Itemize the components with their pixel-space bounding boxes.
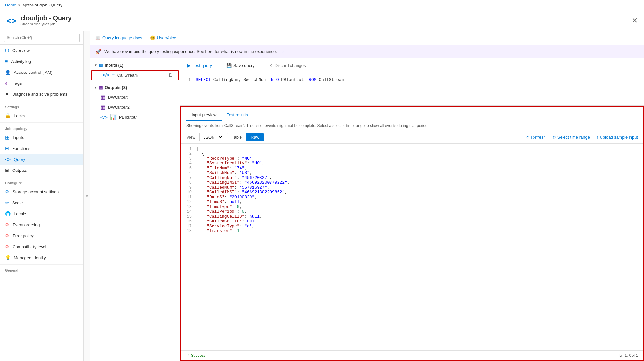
upload-label: Upload sample input <box>600 135 638 140</box>
storage-icon: ⚙ <box>5 189 9 194</box>
upload-icon: ↑ <box>596 135 599 140</box>
inputs-tree-icon: ▦ <box>99 63 103 68</box>
access-control-icon: 👤 <box>5 70 11 75</box>
sidebar-item-label: Event ordering <box>13 222 40 227</box>
discard-changes-button[interactable]: ✕ Discard changes <box>265 61 310 70</box>
notice-banner: 🚀 We have revamped the query testing exp… <box>90 45 644 58</box>
sidebar-item-label: Managed Identity <box>14 255 46 260</box>
search-input[interactable] <box>4 34 80 42</box>
sidebar-item-storage-account-settings[interactable]: ⚙ Storage account settings <box>0 186 83 197</box>
tab-test-results[interactable]: Test results <box>222 110 253 121</box>
table-toggle-label: Table <box>232 135 242 140</box>
table-toggle-button[interactable]: Table <box>227 133 246 141</box>
functions-icon: ⊞ <box>5 146 9 151</box>
tree-item-dwoutput2[interactable]: ▦ DWOutput2 <box>90 102 180 112</box>
sidebar-item-error-policy[interactable]: ⚙ Error policy <box>0 230 83 241</box>
view-label: View <box>186 135 195 140</box>
refresh-button[interactable]: ↻ Refresh <box>526 135 546 140</box>
time-icon: ⚙ <box>552 135 556 140</box>
sidebar-item-activity-log[interactable]: ≡ Activity log <box>0 56 83 67</box>
inputs-section-header[interactable]: ▼ ▦ Inputs (1) <box>90 61 180 70</box>
scale-icon: ✏ <box>5 200 9 205</box>
sidebar-item-scale[interactable]: ✏ Scale <box>0 197 83 208</box>
tree-item-callstream[interactable]: </> ≡ CallStream 🗋 <box>91 70 179 80</box>
raw-toggle-button[interactable]: Raw <box>246 133 264 141</box>
tab-input-preview[interactable]: Input preview <box>186 110 222 121</box>
sidebar-item-locks[interactable]: 🔒 Locks <box>0 110 83 121</box>
sidebar-item-functions[interactable]: ⊞ Functions <box>0 143 83 154</box>
sidebar-item-access-control[interactable]: 👤 Access control (IAM) <box>0 67 83 78</box>
dwoutput-icon: ▦ <box>100 94 105 100</box>
sidebar-item-inputs[interactable]: ▦ Inputs <box>0 132 83 143</box>
sidebar-item-query[interactable]: <> Query <box>0 154 83 165</box>
json-viewer[interactable]: 1 [ 2 { 3 "RecordType": "MO", 4 <box>181 144 643 350</box>
section-job-topology-label: Job topology <box>0 122 83 132</box>
stream-icon: ≡ <box>112 73 115 78</box>
uservoice-link[interactable]: 😊 UserVoice <box>150 35 176 40</box>
query-language-docs-link[interactable]: 📖 Query language docs <box>95 35 142 40</box>
preview-toolbar: Showing events from 'CallStream'. This l… <box>181 121 643 131</box>
tree-item-pbioutput[interactable]: </> 📊 PBIoutput <box>90 112 180 122</box>
dwoutput2-icon: ▦ <box>100 104 105 110</box>
activity-log-icon: ≡ <box>5 59 8 64</box>
sidebar-item-locale[interactable]: 🌐 Locale <box>0 208 83 219</box>
close-button[interactable]: ✕ <box>632 16 638 25</box>
app-icon: <> <box>6 16 16 25</box>
outputs-section-header[interactable]: ▼ ▦ Outputs (3) <box>90 83 180 92</box>
json-line: 10 "CalledIMSI": "466921302209862", <box>181 190 643 195</box>
tree-item-dwoutput[interactable]: ▦ DWOutput <box>90 92 180 102</box>
sidebar-item-label: Diagnose and solve problems <box>12 92 67 97</box>
upload-sample-button[interactable]: ↑ Upload sample input <box>596 135 638 140</box>
managed-identity-icon: 💡 <box>5 255 11 260</box>
event-ordering-icon: ⚙ <box>5 222 9 227</box>
json-line: 4 "SystemIdentity": "d0", <box>181 161 643 166</box>
save-query-label: Save query <box>233 63 255 68</box>
dwoutput-label: DWOutput <box>108 95 128 100</box>
view-format-select[interactable]: JSON CSV AVRO <box>199 133 223 141</box>
sidebar-item-tags[interactable]: 🏷 Tags <box>0 78 83 89</box>
tags-icon: 🏷 <box>5 81 10 86</box>
json-line: 6 "SwitchNum": "US", <box>181 171 643 175</box>
breadcrumb-current: ajetacloudjob - Query <box>23 3 62 7</box>
tab-test-results-label: Test results <box>227 112 248 117</box>
preview-section: Input preview Test results Showing event… <box>180 106 644 361</box>
sidebar-item-label: Activity log <box>11 59 31 64</box>
sidebar-item-managed-identity[interactable]: 💡 Managed Identity <box>0 252 83 263</box>
json-line: 17 "ServiceType": "a", <box>181 224 643 229</box>
sidebar-item-overview[interactable]: ⬡ Overview <box>0 45 83 56</box>
select-time-range-button[interactable]: ⚙ Select time range <box>552 135 590 140</box>
notice-arrow[interactable]: → <box>279 49 285 54</box>
sidebar-item-diagnose[interactable]: ✕ Diagnose and solve problems <box>0 89 83 100</box>
sidebar-item-label: Locks <box>14 113 25 118</box>
json-line: 7 "CallingNum": "456720827", <box>181 175 643 180</box>
breadcrumb: Home > ajetacloudjob - Query <box>5 3 62 7</box>
callstream-action-icon[interactable]: 🗋 <box>168 73 173 78</box>
tree-panel: ▼ ▦ Inputs (1) </> ≡ CallStream 🗋 ▼ <box>90 58 180 361</box>
status-position: Ln 1, Col 1 <box>619 353 638 358</box>
inputs-section: ▼ ▦ Inputs (1) </> ≡ CallStream 🗋 <box>90 61 180 80</box>
sidebar-item-event-ordering[interactable]: ⚙ Event ordering <box>0 219 83 230</box>
locale-icon: 🌐 <box>5 211 11 216</box>
discard-icon: ✕ <box>269 63 273 68</box>
breadcrumb-home[interactable]: Home <box>5 3 16 7</box>
refresh-label: Refresh <box>531 135 546 140</box>
section-settings-label: Settings <box>0 101 83 110</box>
code-editor[interactable]: 1 SELECT CallingNum, SwitchNum INTO PBIo… <box>180 73 644 106</box>
test-query-button[interactable]: ▶ Test query <box>183 61 216 70</box>
save-query-button[interactable]: 💾 Save query <box>222 61 259 70</box>
json-line: 18 "Transfer": 1 <box>181 229 643 233</box>
rocket-icon: 🚀 <box>95 48 102 54</box>
json-line: 2 { <box>181 151 643 156</box>
book-icon: 📖 <box>95 35 100 40</box>
refresh-icon: ↻ <box>526 135 530 140</box>
json-line: 5 "FileNum": "74", <box>181 166 643 171</box>
sidebar-item-label: Inputs <box>13 135 24 140</box>
docs-bar: 📖 Query language docs 😊 UserVoice <box>90 31 644 45</box>
sidebar-toggle[interactable]: « <box>84 31 90 361</box>
json-line: 12 "TimeS": null, <box>181 200 643 204</box>
sidebar-item-label: Locale <box>14 211 26 216</box>
sidebar-item-outputs[interactable]: ⊟ Outputs <box>0 165 83 176</box>
sidebar-item-compatibility-level[interactable]: ⚙ Compatibility level <box>0 241 83 252</box>
inputs-icon: ▦ <box>5 135 9 140</box>
query-icon: <> <box>5 157 11 162</box>
